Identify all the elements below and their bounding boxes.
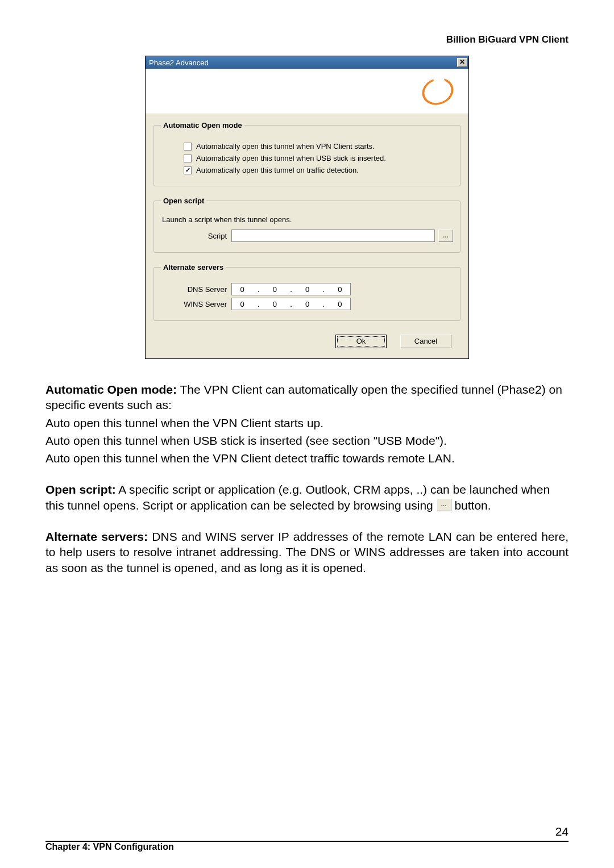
logo-icon: [418, 73, 457, 108]
dns-oct-4[interactable]: 0: [333, 285, 347, 294]
wins-server-label: WINS Server: [161, 300, 227, 308]
doc-header: Billion BiGuard VPN Client: [45, 34, 569, 45]
phase2-advanced-dialog: Phase2 Advanced ✕ Automatic Open mode Au…: [145, 56, 469, 359]
dialog-logo-area: [146, 69, 468, 114]
dns-oct-2[interactable]: 0: [268, 285, 281, 294]
checkbox-auto-open-traffic[interactable]: [184, 166, 192, 174]
heading-alt-servers: Alternate servers:: [45, 530, 148, 543]
checkbox-auto-open-usb[interactable]: [184, 155, 192, 162]
footer-chapter: Chapter 4: VPN Configuration: [45, 842, 174, 852]
ok-button[interactable]: Ok: [335, 335, 387, 348]
cancel-button[interactable]: Cancel: [400, 335, 451, 348]
page-number: 24: [45, 825, 569, 838]
group-automatic-open: Automatic Open mode Automatically open t…: [154, 121, 460, 186]
script-input[interactable]: [231, 229, 435, 242]
ip-dot: .: [321, 285, 326, 294]
checkbox-auto-open-vpn-start[interactable]: [184, 143, 192, 151]
group-legend-automatic-open: Automatic Open mode: [161, 121, 244, 130]
browse-script-button[interactable]: ...: [438, 229, 453, 242]
ip-dot: .: [288, 285, 294, 294]
wins-oct-4[interactable]: 0: [333, 300, 347, 308]
text-auto-open-l1: Auto open this tunnel when the VPN Clien…: [45, 415, 569, 431]
group-open-script: Open script Launch a script when this tu…: [154, 197, 460, 253]
document-body: Automatic Open mode: The VPN Client can …: [45, 382, 569, 575]
label-auto-open-traffic: Automatically open this tunnel on traffi…: [196, 166, 359, 174]
heading-open-script: Open script:: [45, 483, 116, 496]
ip-dot: .: [256, 285, 262, 294]
text-auto-open-l2: Auto open this tunnel when USB stick is …: [45, 433, 569, 448]
label-auto-open-usb: Automatically open this tunnel when USB …: [196, 154, 386, 162]
dns-server-input[interactable]: 0 . 0 . 0 . 0: [231, 283, 351, 295]
text-open-script-b: button.: [451, 499, 491, 512]
script-field-label: Script: [161, 232, 227, 240]
ip-dot: .: [321, 300, 326, 308]
wins-server-input[interactable]: 0 . 0 . 0 . 0: [231, 298, 351, 310]
ip-dot: .: [288, 300, 294, 308]
open-script-description: Launch a script when this tunnel opens.: [162, 215, 453, 224]
group-legend-alternate-servers: Alternate servers: [161, 263, 226, 272]
text-auto-open-l3: Auto open this tunnel when the VPN Clien…: [45, 450, 569, 466]
heading-auto-open: Automatic Open mode:: [45, 383, 177, 396]
dialog-titlebar: Phase2 Advanced ✕: [146, 56, 468, 69]
close-icon[interactable]: ✕: [457, 58, 467, 67]
label-auto-open-vpn-start: Automatically open this tunnel when VPN …: [196, 142, 375, 151]
dns-server-label: DNS Server: [161, 285, 227, 294]
wins-oct-2[interactable]: 0: [268, 300, 281, 308]
wins-oct-1[interactable]: 0: [235, 300, 249, 308]
wins-oct-3[interactable]: 0: [301, 300, 314, 308]
ip-dot: .: [256, 300, 262, 308]
inline-browse-icon: ...: [437, 499, 451, 511]
page-footer: 24 Chapter 4: VPN Configuration: [45, 825, 569, 852]
dns-oct-3[interactable]: 0: [301, 285, 314, 294]
dns-oct-1[interactable]: 0: [235, 285, 249, 294]
group-legend-open-script: Open script: [161, 197, 206, 205]
dialog-title: Phase2 Advanced: [149, 59, 209, 67]
dialog-container: Phase2 Advanced ✕ Automatic Open mode Au…: [45, 56, 569, 359]
group-alternate-servers: Alternate servers DNS Server 0 . 0 . 0 .…: [154, 263, 460, 321]
